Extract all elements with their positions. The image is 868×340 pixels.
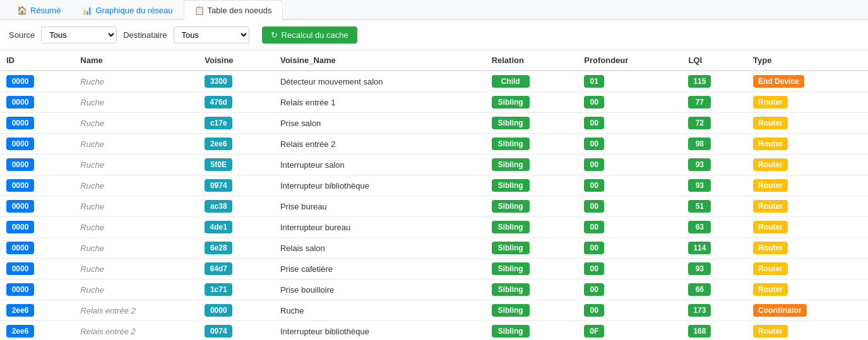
recalc-button[interactable]: ↻ Recalcul du cache	[262, 26, 357, 44]
table-container: ID Name Voisine Voisine_Name Relation Pr…	[0, 50, 868, 340]
id-badge: 0000	[6, 221, 34, 233]
lqi-badge: 93	[688, 179, 711, 192]
tab-table-label: Table des noeuds	[208, 6, 272, 15]
source-select[interactable]: Tous	[41, 26, 117, 44]
relation-badge: Sibling	[492, 179, 530, 192]
id-badge: 0000	[6, 200, 34, 213]
voisine-badge: 2ee6	[205, 138, 232, 150]
profondeur-badge: 00	[584, 200, 604, 213]
graphique-icon: 📊	[82, 6, 92, 15]
lqi-badge: 173	[688, 304, 711, 317]
type-badge: Router	[753, 221, 788, 233]
cell-voisine: 1c71	[198, 279, 274, 300]
cell-id: 0000	[0, 259, 74, 279]
cell-voisine-name: Prise cafetière	[274, 259, 485, 279]
type-badge: Router	[753, 325, 788, 337]
cell-type: Router	[747, 238, 868, 259]
table-body: 0000Ruche3300Détecteur mouvement salonCh…	[0, 71, 868, 340]
type-badge: Router	[753, 138, 788, 150]
relation-badge: Sibling	[492, 262, 530, 275]
cell-type: Router	[747, 259, 868, 279]
cell-relation: Sibling	[485, 196, 578, 217]
voisine-badge: 4de1	[205, 221, 232, 233]
cell-id: 2ee6	[0, 300, 74, 321]
cell-profondeur: 00	[578, 279, 682, 300]
relation-badge: Sibling	[492, 221, 530, 233]
cell-name: Ruche	[74, 155, 198, 175]
cell-relation: Sibling	[485, 92, 578, 113]
cell-id: 0000	[0, 71, 74, 92]
cell-lqi: 51	[682, 196, 747, 217]
voisine-badge: 5f0E	[205, 158, 232, 171]
voisine-badge: 476d	[205, 96, 232, 108]
cell-type: Router	[747, 217, 868, 238]
voisine-badge: 0974	[205, 179, 232, 192]
cell-lqi: 72	[682, 113, 747, 134]
cell-lqi: 93	[682, 155, 747, 175]
cell-relation: Sibling	[485, 134, 578, 155]
cell-lqi: 93	[682, 175, 747, 196]
cell-voisine: 6e28	[198, 238, 274, 259]
type-badge: Router	[753, 242, 788, 254]
cell-name: Relais entrée 2	[74, 321, 198, 341]
table-icon: 📋	[194, 6, 205, 15]
voisine-badge: ac38	[205, 200, 232, 213]
tab-graphique[interactable]: 📊 Graphique du réseau	[71, 0, 183, 20]
cell-voisine-name: Prise salon	[274, 113, 485, 134]
cell-voisine: 2ee6	[198, 134, 274, 155]
cell-lqi: 93	[682, 259, 747, 279]
table-row: 0000Ruche0974Interrupteur bibliothèqueSi…	[0, 175, 868, 196]
cell-voisine-name: Détecteur mouvement salon	[274, 71, 485, 92]
tab-resume[interactable]: 🏠 Résumé	[6, 0, 71, 20]
cell-voisine-name: Interrupteur bibliothèque	[274, 321, 485, 341]
table-row: 0000Ruche6e28Relais salonSibling00114Rou…	[0, 238, 868, 259]
cell-id: 0000	[0, 238, 74, 259]
table-row: 0000Ruche476dRelais entrée 1Sibling0077R…	[0, 92, 868, 113]
cell-profondeur: 00	[578, 300, 682, 321]
destinataire-label: Destinataire	[123, 30, 167, 40]
col-voisine: Voisine	[198, 50, 274, 71]
destinataire-select[interactable]: Tous	[174, 26, 249, 44]
cell-type: Router	[747, 175, 868, 196]
relation-badge: Sibling	[492, 304, 530, 317]
cell-id: 0000	[0, 175, 74, 196]
cell-name: Ruche	[74, 238, 198, 259]
cell-relation: Sibling	[485, 279, 578, 300]
profondeur-badge: 00	[584, 96, 604, 108]
cell-lqi: 114	[682, 238, 747, 259]
cell-name: Ruche	[74, 71, 198, 92]
cell-lqi: 115	[682, 71, 747, 92]
lqi-badge: 63	[688, 221, 711, 233]
table-row: 2ee6Relais entrée 20000RucheSibling00173…	[0, 300, 868, 321]
lqi-badge: 93	[688, 158, 711, 171]
cell-relation: Sibling	[485, 259, 578, 279]
voisine-badge: c17e	[205, 117, 232, 129]
profondeur-badge: 00	[584, 242, 604, 254]
cell-type: Router	[747, 134, 868, 155]
cell-relation: Sibling	[485, 300, 578, 321]
cell-voisine: 0974	[198, 321, 274, 341]
cell-id: 0000	[0, 113, 74, 134]
table-row: 0000Ruche1c71Prise bouilloireSibling0066…	[0, 279, 868, 300]
table-row: 2ee6Relais entrée 20974Interrupteur bibl…	[0, 321, 868, 341]
cell-profondeur: 01	[578, 71, 682, 92]
relation-badge: Sibling	[492, 200, 530, 213]
cell-voisine-name: Relais salon	[274, 238, 485, 259]
cell-relation: Sibling	[485, 175, 578, 196]
type-badge: Router	[753, 96, 788, 108]
toolbar: Source Tous Destinataire Tous ↻ Recalcul…	[0, 20, 868, 50]
tab-table[interactable]: 📋 Table des noeuds	[184, 0, 283, 20]
type-badge: Router	[753, 262, 788, 275]
id-badge: 0000	[6, 117, 34, 129]
cell-voisine-name: Ruche	[274, 300, 485, 321]
lqi-badge: 115	[688, 75, 711, 88]
profondeur-badge: 00	[584, 179, 604, 192]
cell-voisine-name: Interrupteur bibliothèque	[274, 175, 485, 196]
lqi-badge: 66	[688, 283, 711, 296]
cell-type: Router	[747, 321, 868, 341]
cell-name: Ruche	[74, 175, 198, 196]
lqi-badge: 114	[688, 242, 711, 254]
cell-profondeur: 00	[578, 238, 682, 259]
cell-id: 0000	[0, 155, 74, 175]
cell-name: Ruche	[74, 196, 198, 217]
